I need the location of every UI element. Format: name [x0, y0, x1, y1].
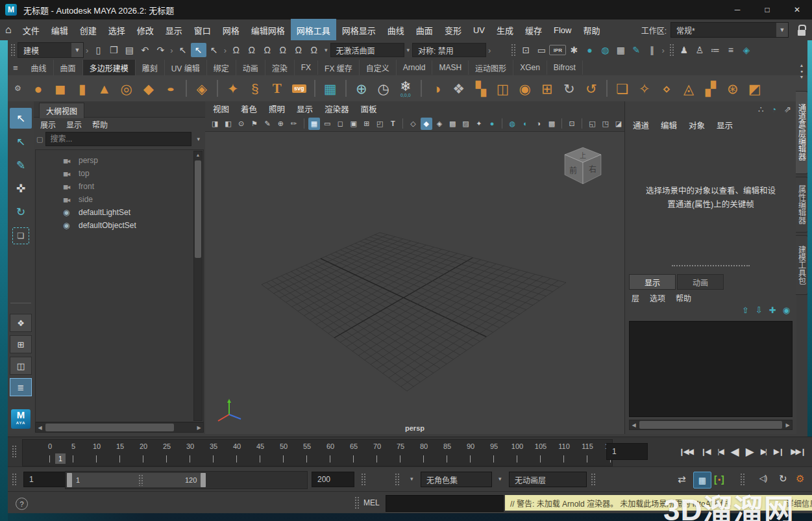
outliner-item[interactable]: ◼◂ front [36, 180, 203, 193]
pause-viewport-icon[interactable]: ∥ [644, 43, 659, 57]
tab-attribute-editor[interactable]: 属性编辑器 [796, 177, 808, 233]
auto-key-button[interactable]: [▪] [714, 472, 724, 487]
menu-item[interactable]: 变形 [439, 19, 467, 42]
poly-cylinder-icon[interactable]: ▮ [73, 77, 92, 99]
range-start-handle[interactable] [67, 473, 72, 487]
snap-to-curve-icon[interactable]: Ω [244, 43, 260, 57]
layer-move-down-icon[interactable]: ⇩ [756, 305, 763, 315]
scroll-up-icon[interactable]: ▲ [800, 63, 804, 68]
camera-aim-icon[interactable]: ⊙ [236, 118, 247, 130]
step-forward-frame-button[interactable]: ▶❙ [770, 442, 786, 461]
menu-item[interactable]: 帮助 [577, 19, 606, 42]
layer-editor-menu-item[interactable]: 选项 [650, 292, 665, 303]
wireframe-on-shaded-icon[interactable]: ◈ [434, 118, 445, 130]
textured-icon[interactable]: ▩ [447, 118, 458, 130]
display-toggles-icon[interactable]: ≡ [723, 43, 739, 57]
outliner-menu-item[interactable]: 展示 [40, 119, 56, 130]
scroll-thumb[interactable] [45, 424, 174, 431]
extrude-icon[interactable]: ❏ [613, 77, 632, 99]
select-tool[interactable]: ↖ [10, 108, 32, 129]
shelf-tab[interactable]: 自定义 [360, 60, 397, 76]
shelf-tab[interactable]: 渲染 [265, 60, 295, 76]
mel-label[interactable]: MEL [363, 498, 380, 507]
grease-pencil-icon[interactable]: ✏ [288, 118, 300, 130]
time-slider[interactable]: 0510152025303540455055606570758085909510… [22, 439, 613, 466]
scroll-down-icon[interactable]: ▼ [800, 75, 804, 79]
group-separator[interactable]: › [659, 45, 666, 55]
bevel-icon[interactable]: ✧ [635, 77, 654, 99]
outliner-hscrollbar[interactable]: ◀ ▶ [35, 422, 204, 433]
antialias-icon[interactable]: ◐ [519, 118, 531, 130]
scene-layers-icon[interactable]: ◈ [739, 43, 754, 57]
scroll-right-icon[interactable]: ▶ [195, 425, 203, 431]
group-separator[interactable]: › [222, 45, 228, 55]
svg-tool-icon[interactable]: svg [290, 77, 308, 99]
materials-icon[interactable]: ▨ [460, 118, 471, 130]
save-scene-icon[interactable]: ▤ [121, 43, 137, 57]
poly-torus-icon[interactable]: ◎ [117, 77, 136, 99]
lasso-select-tool[interactable]: ↖ [10, 131, 32, 152]
current-frame-marker[interactable]: 1 [55, 453, 66, 464]
chevron-down-icon[interactable]: ▼ [776, 23, 788, 37]
platonic-solid-icon[interactable]: ◈ [193, 77, 211, 99]
panel-menu-item[interactable]: 着色 [241, 103, 257, 115]
drag-handle[interactable] [591, 473, 595, 486]
menu-item[interactable]: 网格 [217, 19, 245, 42]
shelf-tab[interactable]: Bifrost [547, 60, 583, 75]
redo-icon[interactable]: ↷ [153, 43, 168, 57]
graph-icon[interactable]: ⇗ [784, 105, 791, 114]
go-to-end-button[interactable]: ▶▶❙ [787, 442, 808, 461]
reduce-icon[interactable]: ▞ [702, 77, 720, 99]
select-by-object-icon[interactable]: ↖ [191, 43, 206, 57]
shelf-tab[interactable]: Arnold [397, 60, 433, 75]
shelf-tab[interactable]: MASH [432, 60, 469, 75]
undo-icon[interactable]: ↶ [137, 43, 153, 57]
shelf-menu-icon[interactable]: ≡ [8, 63, 25, 73]
menu-item[interactable]: 文件 [17, 19, 45, 42]
poly-disc-icon[interactable]: ● [162, 77, 180, 99]
viewport-canvas[interactable]: 上 前 右 persp [205, 132, 624, 434]
home-icon[interactable]: ⌂ [0, 24, 17, 36]
panel-menu-item[interactable]: 显示 [297, 103, 313, 115]
snap-to-view-plane-icon[interactable]: Ω [291, 43, 306, 57]
select-by-hierarchy-icon[interactable]: ↖ [175, 43, 191, 57]
panel-divider[interactable] [672, 265, 750, 266]
workspace-select[interactable]: 常规* ▼ [671, 22, 789, 38]
poly-helix-icon[interactable]: § [246, 77, 264, 99]
pan-zoom-icon[interactable]: ⊕ [275, 118, 286, 130]
maximize-button[interactable]: □ [752, 0, 782, 19]
scroll-left-icon[interactable]: ◀ [36, 425, 44, 431]
drag-handle[interactable] [669, 44, 674, 57]
ipr-render-icon[interactable]: IPR [549, 45, 566, 55]
chevron-down-icon[interactable]: ▾ [496, 476, 504, 482]
snap-to-point-icon[interactable]: Ω [260, 43, 275, 57]
make-object-live-icon[interactable]: Ω [306, 43, 322, 57]
character-controls-icon[interactable]: ♟ [676, 43, 692, 57]
anim-layer-field[interactable]: 无动画层 [509, 472, 587, 487]
shelf-tab[interactable]: 动画 [236, 60, 265, 76]
layer-editor-tab[interactable]: 显示 [629, 274, 676, 290]
render-setup-icon[interactable]: ◍ [597, 43, 613, 57]
render-settings-icon[interactable]: ✱ [566, 43, 582, 57]
mel-command-input[interactable] [386, 495, 504, 512]
menu-item[interactable]: 网格工具 [291, 19, 336, 42]
view-cube[interactable]: 上 前 右 [558, 144, 608, 198]
group-separator[interactable]: › [84, 45, 90, 55]
menu-item[interactable]: Flow [548, 20, 577, 40]
scale-tool[interactable]: ❏ [12, 227, 29, 244]
step-forward-key-button[interactable]: ▶¦ [757, 442, 769, 461]
cached-playback-icon[interactable]: ↻ [779, 473, 787, 485]
shelf-tab[interactable]: 雕刻 [136, 60, 165, 76]
safe-title-icon[interactable]: T [387, 118, 399, 130]
drag-handle[interactable] [12, 445, 16, 458]
snap-to-grid-icon[interactable]: Ω [228, 43, 244, 57]
speed-icon[interactable]: ◔ [771, 105, 776, 114]
fill-hole-icon[interactable]: ⊞ [538, 77, 556, 99]
layer-editor-menu-item[interactable]: 帮助 [676, 292, 691, 303]
drag-handle[interactable] [138, 474, 143, 486]
scroll-right-icon[interactable]: ▶ [783, 422, 792, 428]
boolean-icon[interactable]: ◑ [428, 77, 446, 99]
channel-box-menu-item[interactable]: 通道 [633, 119, 649, 131]
menu-item[interactable]: 曲线 [382, 19, 410, 42]
menu-item[interactable]: 生成 [491, 19, 519, 42]
